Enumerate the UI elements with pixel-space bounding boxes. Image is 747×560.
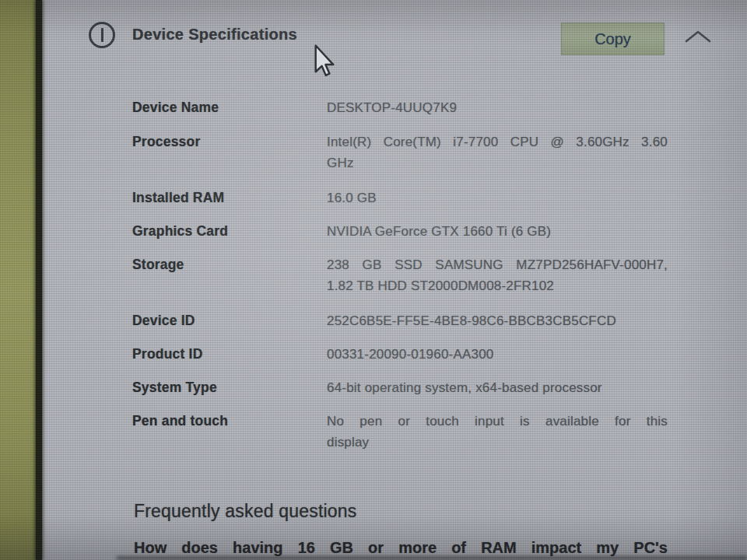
spec-value: 00331-20090-01960-AA300	[327, 344, 668, 365]
spec-value-line: 16.0 GB	[327, 187, 668, 208]
spec-value-line: display	[327, 432, 668, 453]
spec-label: Graphics Card	[132, 221, 319, 242]
spec-value-line: 1.82 TB HDD ST2000DM008-2FR102	[327, 275, 668, 296]
spec-value-line: Intel(R) Core(TM) i7-7700 CPU @ 3.60GHz …	[327, 131, 668, 152]
spec-value-line: 238 GB SSD SAMSUNG MZ7PD256HAFV-000H7,	[327, 254, 668, 275]
spec-value: 16.0 GB	[327, 187, 668, 208]
spec-label: Installed RAM	[132, 187, 319, 208]
info-icon-bar	[101, 28, 103, 42]
faq-question-link[interactable]: How does having 16 GB or more of RAM imp…	[134, 537, 668, 558]
spec-value-line: 252C6B5E-FF5E-4BE8-98C6-BBCB3CB5CFCD	[327, 310, 668, 331]
page-title: Device Specifications	[132, 26, 297, 44]
mouse-cursor-icon	[314, 44, 341, 83]
spec-value-line: 00331-20090-01960-AA300	[327, 344, 668, 365]
spec-value: Intel(R) Core(TM) i7-7700 CPU @ 3.60GHz …	[327, 131, 668, 173]
photographed-monitor-screen: Device Specifications Copy Device Name D…	[0, 0, 747, 560]
copy-button[interactable]: Copy	[561, 23, 665, 55]
spec-value: DESKTOP-4UUQ7K9	[327, 97, 668, 118]
spec-label: Pen and touch	[132, 411, 319, 432]
spec-value: 252C6B5E-FF5E-4BE8-98C6-BBCB3CB5CFCD	[327, 310, 668, 331]
spec-label: Storage	[132, 254, 319, 275]
spec-value-line: DESKTOP-4UUQ7K9	[327, 97, 668, 118]
spec-value: NVIDIA GeForce GTX 1660 Ti (6 GB)	[327, 221, 668, 242]
spec-value-line: 64-bit operating system, x64-based proce…	[327, 377, 668, 398]
spec-label: Product ID	[132, 344, 319, 365]
spec-value: No pen or touch input is available for t…	[327, 411, 668, 453]
chevron-up-icon[interactable]	[684, 30, 712, 44]
spec-value-line: NVIDIA GeForce GTX 1660 Ti (6 GB)	[327, 221, 668, 242]
spec-label: Device ID	[132, 310, 319, 331]
screen-edge-divider	[36, 0, 42, 560]
screen-left-edge	[0, 0, 36, 560]
faq-section-heading: Frequently asked questions	[134, 501, 356, 522]
spec-value: 64-bit operating system, x64-based proce…	[327, 377, 668, 398]
info-icon	[89, 22, 115, 48]
spec-value: 238 GB SSD SAMSUNG MZ7PD256HAFV-000H7, 1…	[327, 254, 668, 296]
spec-label: Processor	[132, 131, 319, 152]
spec-value-line: GHz	[327, 152, 668, 173]
clipped-next-line	[117, 556, 747, 560]
spec-label: Device Name	[132, 97, 319, 118]
spec-label: System Type	[132, 377, 319, 398]
spec-value-line: No pen or touch input is available for t…	[327, 411, 668, 432]
